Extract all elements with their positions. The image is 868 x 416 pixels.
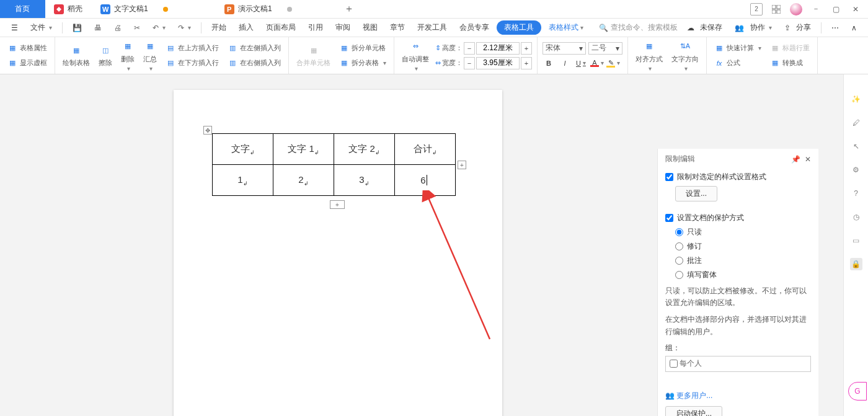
table-move-handle[interactable]: ✥ — [203, 126, 212, 135]
erase-button[interactable]: ◫擦除 — [96, 42, 115, 69]
menu-chapter[interactable]: 章节 — [385, 20, 410, 35]
minimize-button[interactable]: － — [810, 3, 822, 15]
height-input[interactable] — [476, 42, 520, 55]
notification-badge[interactable]: 2 — [750, 3, 763, 15]
redo-button[interactable]: ↷ — [173, 22, 196, 34]
table-props-button[interactable]: ▦表格属性 — [5, 42, 50, 55]
font-color-button[interactable]: A — [591, 57, 603, 69]
rail-settings-icon[interactable]: ⚙ — [850, 164, 862, 176]
avatar[interactable] — [790, 3, 802, 15]
title-row-button[interactable]: ▦标题行重 — [768, 42, 812, 55]
tab-docker[interactable]: 稻壳 — [45, 0, 92, 18]
tab-pres1[interactable]: P 演示文稿1 — [216, 0, 340, 18]
collapse-ribbon-icon[interactable]: ∧ — [846, 22, 862, 34]
menu-view[interactable]: 视图 — [358, 20, 383, 35]
app-menu-icon[interactable]: ☰ — [6, 22, 23, 34]
merge-cells-button[interactable]: ▦合并单元格 — [294, 42, 333, 69]
print-icon[interactable]: 🖨 — [109, 22, 126, 34]
show-grid-button[interactable]: ▦显示虚框 — [5, 57, 50, 69]
menu-refs[interactable]: 引用 — [303, 20, 328, 35]
restrict-format-checkbox[interactable]: 限制对选定的样式设置格式 — [665, 172, 811, 182]
split-table-button[interactable]: ▦拆分表格 — [337, 57, 389, 69]
unsaved-button[interactable]: ☁ 未保存 — [682, 20, 727, 35]
table-cell[interactable]: 6 — [395, 165, 456, 196]
more-users-link[interactable]: 👥 更多用户... — [665, 391, 811, 401]
table-style-tab[interactable]: 表格样式 — [544, 20, 588, 35]
share-button[interactable]: ⇪ 分享 — [779, 20, 816, 35]
insert-right-button[interactable]: ▥在右侧插入列 — [225, 57, 283, 69]
delete-button[interactable]: ▦删除 — [118, 38, 137, 73]
menu-layout[interactable]: 页面布局 — [261, 20, 301, 35]
insert-above-button[interactable]: ▤在上方插入行 — [163, 42, 221, 55]
rail-book-icon[interactable]: ▭ — [850, 234, 862, 247]
protect-mode-checkbox[interactable]: 设置文档的保护方式 — [665, 213, 811, 223]
rail-cursor-icon[interactable]: ↖ — [850, 140, 862, 153]
cut-icon[interactable]: ✂ — [129, 22, 145, 34]
everyone-box[interactable]: 每个人 — [665, 356, 811, 372]
add-row-handle[interactable]: + — [330, 200, 345, 209]
italic-button[interactable]: I — [559, 57, 571, 69]
table-cell[interactable]: 文字↲ — [213, 134, 273, 165]
menu-vip[interactable]: 会员专享 — [454, 20, 494, 35]
print-preview-icon[interactable]: 🖶 — [89, 22, 107, 34]
rail-help-icon[interactable]: ? — [850, 187, 862, 200]
table-cell[interactable]: 合计↲ — [395, 134, 456, 165]
align-button[interactable]: ▦对齐方式 — [633, 38, 665, 73]
radio-comment[interactable]: 批注 — [675, 255, 811, 266]
radio-form[interactable]: 填写窗体 — [675, 270, 811, 280]
radio-track[interactable]: 修订 — [675, 241, 811, 252]
panel-close-icon[interactable]: ✕ — [805, 155, 811, 164]
menu-insert[interactable]: 插入 — [234, 20, 259, 35]
width-input[interactable] — [476, 57, 520, 69]
insert-below-button[interactable]: ▤在下方插入行 — [163, 57, 221, 69]
text-direction-button[interactable]: ⇅A文字方向 — [669, 38, 701, 73]
table-cell[interactable]: 1↲ — [213, 165, 273, 196]
tab-home[interactable]: 首页 — [0, 0, 45, 18]
width-dec[interactable]: − — [464, 57, 475, 69]
table-cell[interactable]: 文字 2↲ — [334, 134, 395, 165]
formula-button[interactable]: fx公式 — [712, 57, 764, 69]
rail-clock-icon[interactable]: ◷ — [850, 211, 862, 223]
menu-review[interactable]: 审阅 — [330, 20, 355, 35]
width-inc[interactable]: + — [521, 57, 532, 69]
summary-button[interactable]: ▦汇总 — [141, 38, 159, 73]
rail-pen-icon[interactable]: 🖊 — [850, 117, 862, 129]
save-icon[interactable]: 💾 — [68, 22, 87, 34]
document-table[interactable]: 文字↲ 文字 1↲ 文字 2↲ 合计↲ 1↲ 2↲ 3↲ 6 — [212, 133, 456, 196]
insert-left-button[interactable]: ▥在左侧插入列 — [225, 42, 283, 55]
table-tools-tab[interactable]: 表格工具 — [497, 20, 541, 35]
height-dec[interactable]: − — [464, 42, 475, 55]
table-cell[interactable]: 2↲ — [273, 165, 334, 196]
rail-magic-icon[interactable]: ✨ — [850, 93, 862, 105]
bold-button[interactable]: B — [542, 57, 555, 69]
float-assistant-icon[interactable]: G — [848, 382, 867, 401]
table-cell[interactable]: 3↲ — [334, 165, 395, 196]
close-button[interactable]: ✕ — [849, 3, 862, 15]
font-name-select[interactable]: 宋体▾ — [542, 42, 586, 55]
file-menu[interactable]: 文件 — [25, 20, 57, 35]
start-protect-button[interactable]: 启动保护... — [665, 406, 722, 416]
quick-calc-button[interactable]: ▦快速计算 — [712, 42, 764, 55]
grid-icon[interactable] — [770, 3, 782, 15]
menu-start[interactable]: 开始 — [206, 20, 231, 35]
radio-readonly[interactable]: 只读 — [675, 227, 811, 237]
split-cell-button[interactable]: ▦拆分单元格 — [337, 42, 389, 55]
tab-doc1[interactable]: W 文字文稿1 — [92, 0, 216, 18]
height-inc[interactable]: + — [521, 42, 532, 55]
menu-dev[interactable]: 开发工具 — [412, 20, 452, 35]
highlight-button[interactable]: ✎ — [607, 57, 619, 69]
convert-button[interactable]: ▦转换成 — [768, 57, 812, 69]
undo-button[interactable]: ↶ — [148, 22, 170, 34]
settings-button[interactable]: 设置... — [675, 186, 717, 201]
draw-table-button[interactable]: ▦绘制表格 — [60, 42, 92, 69]
maximize-button[interactable]: ▢ — [830, 3, 842, 15]
collab-button[interactable]: 👥 协作 — [730, 20, 776, 35]
font-size-select[interactable]: 二号▾ — [588, 42, 622, 55]
add-column-handle[interactable]: + — [458, 161, 466, 169]
autofit-button[interactable]: ⇔自动调整 — [399, 38, 432, 73]
underline-button[interactable]: U — [575, 57, 587, 69]
table-cell[interactable]: 文字 1↲ — [273, 134, 334, 165]
pin-icon[interactable]: 📌 — [791, 155, 800, 164]
tab-add-button[interactable]: ＋ — [340, 0, 358, 18]
rail-lock-icon[interactable]: 🔒 — [850, 258, 862, 270]
